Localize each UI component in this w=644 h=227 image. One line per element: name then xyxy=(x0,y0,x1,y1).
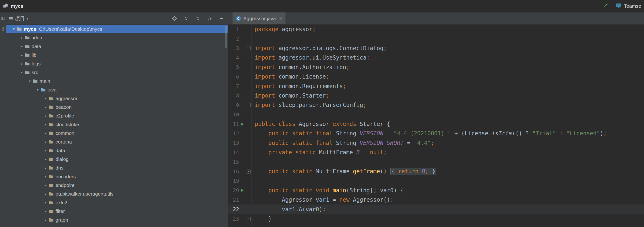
chevron-right-icon[interactable]: ▸ xyxy=(42,209,49,213)
code-line-6[interactable]: 6import common.License; xyxy=(228,72,644,81)
editor-tabbar: C Aggressor.java × xyxy=(228,13,644,25)
chevron-right-icon[interactable]: ▸ xyxy=(19,44,25,49)
code-editor[interactable]: 1package aggressor;23−import aggressor.d… xyxy=(228,25,644,227)
code-line-8[interactable]: 8import common.Starter; xyxy=(228,91,644,100)
chevron-right-icon[interactable]: ▸ xyxy=(19,62,25,66)
chevron-down-icon[interactable]: ▾ xyxy=(27,17,28,21)
fold-expand-icon[interactable]: + xyxy=(246,169,252,173)
chevron-right-icon[interactable]: ▸ xyxy=(19,53,25,57)
tree-item-aggressor[interactable]: ▸aggressor xyxy=(6,94,228,103)
package-icon xyxy=(49,122,54,127)
run-icon[interactable] xyxy=(239,188,246,192)
code-line-5[interactable]: 5import common.Authorization; xyxy=(228,63,644,72)
tree-item-main[interactable]: ▾main xyxy=(6,77,228,85)
tree-item-clipped[interactable]: ▸ xyxy=(6,224,228,227)
chevron-right-icon[interactable]: ▸ xyxy=(42,114,49,118)
chevron-right-icon[interactable]: ▸ xyxy=(42,140,49,144)
fold-collapse-icon[interactable]: − xyxy=(246,217,252,221)
chevron-right-icon[interactable]: ▸ xyxy=(42,200,49,205)
screwdriver-icon[interactable] xyxy=(602,3,609,10)
tree-item-src[interactable]: ▾src xyxy=(6,68,228,77)
tree-item-java[interactable]: ▾java xyxy=(6,85,228,94)
chevron-right-icon[interactable]: ▸ xyxy=(42,105,49,109)
tree-item-label: src xyxy=(32,70,38,75)
ide-window: mycs Teamse xyxy=(0,0,644,227)
code-line-7[interactable]: 7import common.Requirements; xyxy=(228,81,644,91)
tree-item-.idea[interactable]: ▸.idea xyxy=(6,33,228,42)
code-line-4[interactable]: 4import aggressor.ui.UseSynthetica; xyxy=(228,53,644,62)
code-line-20[interactable]: 20 public static void main(String[] var0… xyxy=(228,186,644,195)
chevron-down-icon[interactable]: ▾ xyxy=(19,70,25,75)
line-number: 7 xyxy=(228,83,239,89)
code-line-13[interactable]: 13 public static final String VERSION_SH… xyxy=(228,138,644,148)
close-tab-icon[interactable]: × xyxy=(279,16,282,21)
tree-item-beacon[interactable]: ▸beacon xyxy=(6,103,228,111)
chevron-right-icon[interactable]: ▸ xyxy=(42,183,49,187)
project-panel-title[interactable]: 项目 xyxy=(15,15,25,22)
commit-tool-icon[interactable] xyxy=(1,27,5,32)
tree-item-data[interactable]: ▸data xyxy=(6,146,228,155)
project-tool-icon[interactable] xyxy=(1,16,5,21)
chevron-down-icon[interactable]: ▾ xyxy=(35,88,41,92)
tree-item-extc2[interactable]: ▸extc2 xyxy=(6,198,228,207)
code-line-14[interactable]: 14 private static MultiFrame B = null; xyxy=(228,148,644,157)
tree-item-dns[interactable]: ▸dns xyxy=(6,163,228,172)
folded-region[interactable]: { return B; } xyxy=(390,168,436,175)
code-line-21[interactable]: 21 Aggressor var1 = new Aggressor(); xyxy=(228,195,644,204)
tree-item-graph[interactable]: ▸graph xyxy=(6,215,228,224)
tree-item-mycs[interactable]: ▾mycsC:\Users\kaifa\Desktop\mycs xyxy=(6,25,228,33)
collapse-all-icon[interactable] xyxy=(195,16,200,21)
code-line-1[interactable]: 1package aggressor; xyxy=(228,25,644,34)
chevron-right-icon[interactable]: ▸ xyxy=(42,131,49,135)
code-line-2[interactable]: 2 xyxy=(228,34,644,43)
code-line-23[interactable]: 23− } xyxy=(228,214,644,223)
titlebar-left: mycs xyxy=(0,3,24,9)
chevron-right-icon[interactable]: ▸ xyxy=(42,122,49,127)
run-icon[interactable] xyxy=(239,122,246,126)
chevron-right-icon[interactable]: ▸ xyxy=(42,166,49,170)
chevron-right-icon[interactable]: ▸ xyxy=(19,36,25,40)
tree-item-c2profile[interactable]: ▸c2profile xyxy=(6,111,228,120)
chevron-right-icon[interactable]: ▸ xyxy=(42,218,49,222)
code-line-19[interactable]: 19 xyxy=(228,176,644,185)
code-line-22[interactable]: 22 var1.A(var0); xyxy=(228,204,644,214)
code-line-9[interactable]: 9−import sleep.parser.ParserConfig; xyxy=(228,100,644,110)
package-icon xyxy=(49,114,54,118)
tree-item-cloudstrike[interactable]: ▸cloudstrike xyxy=(6,120,228,129)
tree-item-data[interactable]: ▸data xyxy=(6,42,228,51)
chevron-down-icon[interactable]: ▾ xyxy=(27,79,33,83)
tab-aggressor-java[interactable]: C Aggressor.java × xyxy=(232,13,286,24)
package-icon xyxy=(49,96,54,101)
tree-item-filter[interactable]: ▸filter xyxy=(6,207,228,215)
chevron-right-icon[interactable]: ▸ xyxy=(42,157,49,161)
expand-all-icon[interactable] xyxy=(184,16,189,21)
tree-item-lib[interactable]: ▸lib xyxy=(6,51,228,59)
code-line-16[interactable]: 16+ public static MultiFrame getFrame() … xyxy=(228,167,644,176)
chevron-down-icon[interactable]: ▾ xyxy=(11,27,17,31)
tree-item-eu.bitwalker.useragentutils[interactable]: ▸eu.bitwalker.useragentutils xyxy=(6,189,228,198)
code-line-15[interactable]: 15 xyxy=(228,157,644,166)
chevron-right-icon[interactable]: ▸ xyxy=(42,96,49,101)
tree-item-encoders[interactable]: ▸encoders xyxy=(6,172,228,181)
code-line-10[interactable]: 10 xyxy=(228,110,644,119)
locate-file-icon[interactable] xyxy=(172,16,177,21)
code-line-12[interactable]: 12 public static final String VERSION = … xyxy=(228,129,644,138)
teamserver-button[interactable]: Teamse xyxy=(616,3,641,10)
code-line-3[interactable]: 3−import aggressor.dialogs.ConnectDialog… xyxy=(228,44,644,53)
chevron-right-icon[interactable]: ▸ xyxy=(42,148,49,153)
fold-collapse-icon[interactable]: − xyxy=(246,46,252,50)
tree-item-dialog[interactable]: ▸dialog xyxy=(6,155,228,163)
chevron-right-icon[interactable]: ▸ xyxy=(42,174,49,179)
project-scrollbar[interactable] xyxy=(225,26,228,48)
fold-collapse-icon[interactable]: − xyxy=(246,103,252,107)
tree-item-common[interactable]: ▸common xyxy=(6,129,228,137)
line-number: 22 xyxy=(228,206,239,212)
chevron-right-icon[interactable]: ▸ xyxy=(42,192,49,196)
tree-item-label: logs xyxy=(32,61,41,67)
settings-gear-icon[interactable] xyxy=(207,16,212,21)
tree-item-cortana[interactable]: ▸cortana xyxy=(6,137,228,146)
tree-item-endpoint[interactable]: ▸endpoint xyxy=(6,181,228,189)
code-line-11[interactable]: 11public class Aggressor extends Starter… xyxy=(228,119,644,129)
tree-item-logs[interactable]: ▸logs xyxy=(6,59,228,68)
hide-panel-icon[interactable] xyxy=(219,16,224,21)
